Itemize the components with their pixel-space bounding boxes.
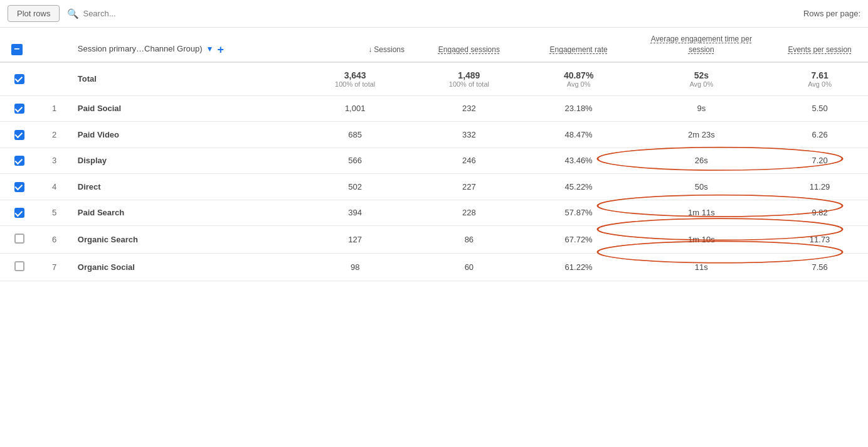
row-events-cell: 7.56 bbox=[771, 254, 868, 281]
row-check-cell bbox=[0, 95, 39, 122]
total-checkbox[interactable] bbox=[14, 74, 24, 84]
row-events-cell: 11.29 bbox=[771, 174, 868, 200]
row-check-cell bbox=[0, 226, 39, 254]
row-rate-cell: 67.72% bbox=[526, 226, 632, 254]
row-check-cell bbox=[0, 174, 39, 200]
row-name-cell: Paid Social bbox=[70, 95, 298, 122]
minus-icon[interactable]: − bbox=[11, 44, 23, 55]
row-rate-cell: 43.46% bbox=[526, 148, 632, 174]
total-row: Total 3,643 100% of total 1,489 100% of … bbox=[0, 62, 868, 96]
total-avg-sub: Avg 0% bbox=[639, 80, 765, 88]
row-rate-cell: 61.22% bbox=[526, 254, 632, 281]
row-engaged-cell: 246 bbox=[412, 148, 526, 174]
row-events-cell: 7.20 bbox=[771, 148, 868, 174]
total-sessions-cell: 3,643 100% of total bbox=[298, 62, 412, 96]
row-events-cell: 5.50 bbox=[771, 95, 868, 122]
row-avg-cell: 1m 11s bbox=[632, 200, 772, 226]
row-avg-cell: 2m 23s bbox=[632, 122, 772, 148]
total-label-cell: Total bbox=[70, 62, 298, 96]
row-checkbox[interactable] bbox=[14, 104, 24, 114]
search-input[interactable] bbox=[83, 9, 296, 18]
row-checkbox[interactable] bbox=[14, 208, 24, 218]
row-check-cell bbox=[0, 122, 39, 148]
row-checkbox[interactable] bbox=[14, 156, 24, 166]
header-avg-engagement: Average engagement time per session bbox=[632, 28, 772, 62]
table-header-row: − Session primary…Channel Group) ▼ + ↓ S… bbox=[0, 28, 868, 62]
row-num-cell: 7 bbox=[39, 254, 70, 281]
data-table: − Session primary…Channel Group) ▼ + ↓ S… bbox=[0, 28, 868, 281]
row-engaged-cell: 227 bbox=[412, 174, 526, 200]
row-events-cell: 11.73 bbox=[771, 226, 868, 254]
total-sessions-main: 3,643 bbox=[305, 70, 405, 80]
row-check-cell bbox=[0, 148, 39, 174]
total-engaged-cell: 1,489 100% of total bbox=[412, 62, 526, 96]
row-sessions-cell: 685 bbox=[298, 122, 412, 148]
header-engaged-sessions: Engaged sessions bbox=[412, 28, 526, 62]
row-sessions-cell: 127 bbox=[298, 226, 412, 254]
dimension-label: Session primary…Channel Group) bbox=[78, 43, 203, 55]
total-sessions-sub: 100% of total bbox=[305, 80, 405, 88]
header-sessions: ↓ Sessions bbox=[298, 28, 412, 62]
search-icon: 🔍 bbox=[67, 8, 79, 19]
total-avg-cell: 52s Avg 0% bbox=[632, 62, 772, 96]
row-rate-cell: 23.18% bbox=[526, 95, 632, 122]
header-num bbox=[39, 28, 70, 62]
row-sessions-cell: 502 bbox=[298, 174, 412, 200]
row-sessions-cell: 566 bbox=[298, 148, 412, 174]
table-row: 7 Organic Social 98 60 61.22% 11s 7.56 bbox=[0, 254, 868, 281]
total-rate-main: 40.87% bbox=[534, 70, 624, 80]
total-num-cell bbox=[39, 62, 70, 96]
row-rate-cell: 45.22% bbox=[526, 174, 632, 200]
row-checkbox[interactable] bbox=[14, 182, 24, 192]
total-rate-cell: 40.87% Avg 0% bbox=[526, 62, 632, 96]
toolbar-left: Plot rows 🔍 bbox=[8, 5, 296, 22]
total-events-main: 7.61 bbox=[779, 70, 860, 80]
row-events-cell: 9.82 bbox=[771, 200, 868, 226]
row-engaged-cell: 60 bbox=[412, 254, 526, 281]
plot-rows-button[interactable]: Plot rows bbox=[8, 5, 60, 22]
header-check: − bbox=[0, 28, 39, 62]
row-num-cell: 2 bbox=[39, 122, 70, 148]
search-box: 🔍 bbox=[67, 8, 296, 19]
total-label: Total bbox=[78, 74, 97, 83]
total-rate-sub: Avg 0% bbox=[534, 80, 624, 88]
row-name-cell: Direct bbox=[70, 174, 298, 200]
row-sessions-cell: 98 bbox=[298, 254, 412, 281]
total-events-sub: Avg 0% bbox=[779, 80, 860, 88]
row-sessions-cell: 394 bbox=[298, 200, 412, 226]
row-sessions-cell: 1,001 bbox=[298, 95, 412, 122]
row-avg-cell: 9s bbox=[632, 95, 772, 122]
header-engagement-rate: Engagement rate bbox=[526, 28, 632, 62]
total-check-cell bbox=[0, 62, 39, 96]
row-num-cell: 1 bbox=[39, 95, 70, 122]
row-checkbox[interactable] bbox=[14, 130, 24, 140]
total-events-cell: 7.61 Avg 0% bbox=[771, 62, 868, 96]
table-row: 2 Paid Video 685 332 48.47% 2m 23s 6.26 bbox=[0, 122, 868, 148]
row-name-cell: Paid Search bbox=[70, 200, 298, 226]
row-avg-cell: 11s bbox=[632, 254, 772, 281]
total-engaged-main: 1,489 bbox=[420, 70, 519, 80]
table-row: 6 Organic Search 127 86 67.72% 1m 10s 11… bbox=[0, 226, 868, 254]
row-engaged-cell: 86 bbox=[412, 226, 526, 254]
add-column-icon[interactable]: + bbox=[217, 44, 224, 55]
table-row: 4 Direct 502 227 45.22% 50s 11.29 bbox=[0, 174, 868, 200]
row-events-cell: 6.26 bbox=[771, 122, 868, 148]
row-name-cell: Display bbox=[70, 148, 298, 174]
sort-arrow-icon: ↓ bbox=[368, 45, 372, 55]
table-row: 5 Paid Search 394 228 57.87% 1m 11s 9.82 bbox=[0, 200, 868, 226]
row-name-cell: Organic Social bbox=[70, 254, 298, 281]
row-engaged-cell: 332 bbox=[412, 122, 526, 148]
row-check-cell bbox=[0, 254, 39, 281]
row-avg-cell: 50s bbox=[632, 174, 772, 200]
row-checkbox[interactable] bbox=[14, 261, 24, 271]
dropdown-icon[interactable]: ▼ bbox=[206, 44, 214, 55]
row-checkbox[interactable] bbox=[14, 234, 24, 244]
rows-per-page-label: Rows per page: bbox=[803, 9, 860, 18]
row-name-cell: Paid Video bbox=[70, 122, 298, 148]
row-check-cell bbox=[0, 200, 39, 226]
table-row: 3 Display 566 246 43.46% 26s 7.20 bbox=[0, 148, 868, 174]
row-num-cell: 5 bbox=[39, 200, 70, 226]
row-num-cell: 6 bbox=[39, 226, 70, 254]
row-engaged-cell: 228 bbox=[412, 200, 526, 226]
engagement-rate-label: Engagement rate bbox=[550, 45, 608, 54]
